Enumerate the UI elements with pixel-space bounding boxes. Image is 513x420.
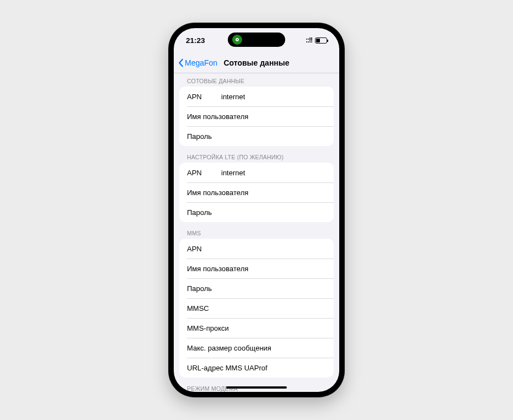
field-label: APN — [187, 245, 326, 253]
field-label: Пароль — [187, 284, 326, 293]
field-label: Имя пользователя — [187, 112, 326, 121]
phone-frame: 21:23 ::!! MegaFon Сотовые данные СОТОВЫ… — [168, 23, 345, 397]
row-mms-username[interactable]: Имя пользователя — [179, 259, 334, 278]
field-label: Имя пользователя — [187, 265, 326, 273]
row-mms-apn[interactable]: APN — [179, 239, 334, 259]
row-mms-maxsize[interactable]: Макс. размер сообщения — [179, 338, 334, 358]
section-header-mms: MMS — [174, 222, 339, 239]
row-lte-apn[interactable]: APN internet — [179, 163, 334, 182]
battery-icon — [315, 37, 327, 44]
back-button[interactable]: MegaFon — [177, 58, 217, 68]
field-label: Имя пользователя — [187, 189, 326, 197]
row-mms-proxy[interactable]: MMS-прокси — [179, 318, 334, 338]
page-title: Сотовые данные — [223, 58, 289, 67]
field-label: MMS-прокси — [187, 324, 326, 332]
group-mms: APN Имя пользователя Пароль MMSC MMS-про… — [179, 239, 334, 378]
chevron-left-icon — [177, 58, 185, 68]
row-mms-password[interactable]: Пароль — [179, 278, 334, 298]
home-indicator[interactable] — [226, 386, 287, 389]
section-header-hotspot: РЕЖИМ МОДЕМА — [174, 378, 339, 392]
row-cellular-apn[interactable]: APN internet — [179, 87, 334, 106]
activity-icon — [232, 35, 242, 45]
field-label: Пароль — [187, 132, 326, 141]
field-label: Пароль — [187, 208, 326, 217]
back-label: MegaFon — [185, 58, 217, 67]
field-label: APN — [187, 169, 221, 177]
row-lte-password[interactable]: Пароль — [179, 202, 334, 222]
field-label: URL-адрес MMS UAProf — [187, 364, 326, 372]
phone-screen: 21:23 ::!! MegaFon Сотовые данные СОТОВЫ… — [174, 28, 339, 392]
settings-scroll[interactable]: СОТОВЫЕ ДАННЫЕ APN internet Имя пользова… — [174, 73, 339, 392]
status-time: 21:23 — [186, 36, 205, 45]
nav-bar: MegaFon Сотовые данные — [174, 52, 339, 73]
row-cellular-password[interactable]: Пароль — [179, 126, 334, 146]
row-mms-uaprof[interactable]: URL-адрес MMS UAProf — [179, 358, 334, 378]
section-header-cellular: СОТОВЫЕ ДАННЫЕ — [174, 73, 339, 87]
field-label: MMSC — [187, 304, 326, 313]
settings-content: СОТОВЫЕ ДАННЫЕ APN internet Имя пользова… — [174, 73, 339, 392]
status-right: ::!! — [306, 36, 327, 44]
field-value: internet — [221, 93, 245, 101]
field-label: Макс. размер сообщения — [187, 344, 326, 352]
group-cellular: APN internet Имя пользователя Пароль — [179, 87, 334, 146]
field-label: APN — [187, 93, 221, 101]
row-cellular-username[interactable]: Имя пользователя — [179, 106, 334, 126]
field-value: internet — [221, 169, 245, 177]
section-header-lte: НАСТРОЙКА LTE (ПО ЖЕЛАНИЮ) — [174, 146, 339, 163]
signal-icon: ::!! — [306, 36, 312, 44]
status-bar: 21:23 ::!! — [174, 28, 339, 52]
dynamic-island — [228, 33, 285, 47]
row-mms-mmsc[interactable]: MMSC — [179, 298, 334, 318]
group-lte: APN internet Имя пользователя Пароль — [179, 163, 334, 222]
row-lte-username[interactable]: Имя пользователя — [179, 182, 334, 202]
